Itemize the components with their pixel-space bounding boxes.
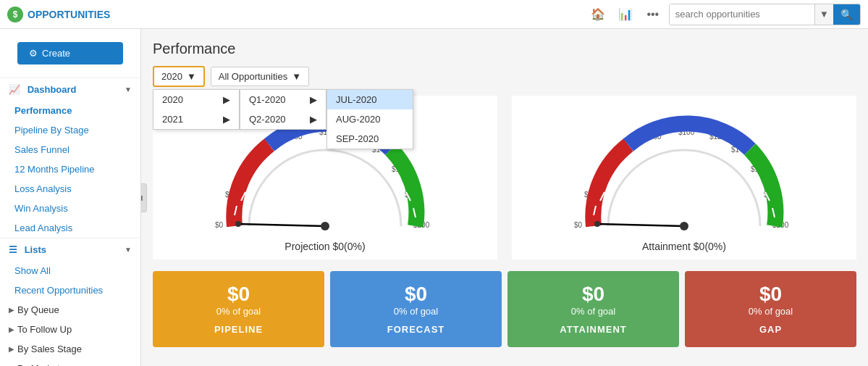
pipeline-name: PIPELINE: [214, 324, 263, 335]
pipeline-amount: $0: [164, 283, 313, 306]
sidebar-item-show-all[interactable]: Show All: [0, 261, 140, 280]
page-title: Performance: [153, 41, 856, 57]
list-icon: ☰: [9, 244, 17, 255]
dashboard-section-header[interactable]: 📈 Dashboard ▼: [0, 78, 140, 101]
q2-option[interactable]: Q2-2020 ▶: [240, 109, 326, 129]
search-input[interactable]: [670, 4, 814, 25]
toolbar: 2020 ▼ 2020 ▶ 2021 ▶: [153, 66, 856, 87]
stat-card-forecast: $0 0% of goal FORECAST: [330, 271, 502, 347]
dashboard-icon: 📈: [9, 84, 20, 95]
sidebar-item-by-sales-stage[interactable]: ▶ By Sales Stage: [0, 339, 140, 359]
search-container: ▼ 🔍: [669, 4, 861, 25]
sidebar-item-loss-analysis[interactable]: Loss Analysis: [0, 179, 140, 199]
svg-point-28: [235, 221, 241, 227]
sidebar-item-to-follow-up[interactable]: ▶ To Follow Up: [0, 320, 140, 339]
collapse-sidebar-button[interactable]: ◀: [141, 183, 147, 212]
attainment-amount: $0: [519, 283, 667, 306]
sidebar-item-performance[interactable]: Performance: [0, 101, 140, 120]
sidebar-item-sales-funnel[interactable]: Sales Funnel: [0, 140, 140, 159]
svg-line-46: [662, 138, 670, 140]
quarter-submenu: Q1-2020 ▶ Q2-2020 ▶: [240, 89, 326, 130]
filter-dropdown-button[interactable]: All Opportunities ▼: [211, 67, 309, 86]
sidebar-section-dashboard: 📈 Dashboard ▼ Performance Pipeline By St…: [0, 78, 140, 238]
main-content: ◀ Performance 2020 ▼ 2020 ▶ 2021: [141, 29, 868, 366]
home-button[interactable]: 🏠: [586, 3, 610, 26]
stat-card-gap: $0 0% of goal GAP: [685, 271, 856, 347]
sidebar-item-win-analysis[interactable]: Win Analysis: [0, 199, 140, 218]
sidebar: ⚙ Create 📈 Dashboard ▼ Performance Pipel…: [0, 29, 141, 366]
sidebar-item-lead-analysis[interactable]: Lead Analysis: [0, 218, 140, 238]
attainment-label: Attainment $0(0%): [519, 241, 849, 252]
gap-amount: $0: [696, 283, 845, 306]
month-submenu: JUL-2020 AUG-2020 SEP-2020: [326, 89, 413, 149]
stat-card-attainment: $0 0% of goal ATTAINMENT: [507, 271, 679, 347]
search-dropdown-button[interactable]: ▼: [814, 4, 833, 25]
create-button[interactable]: ⚙ Create: [17, 42, 123, 65]
attainment-name: ATTAINMENT: [560, 324, 627, 335]
sidebar-item-pipeline-by-stage[interactable]: Pipeline By Stage: [0, 120, 140, 140]
svg-point-56: [680, 222, 688, 230]
search-go-button[interactable]: 🔍: [833, 4, 860, 25]
chevron-down-icon-lists: ▼: [125, 246, 132, 254]
forecast-amount: $0: [342, 283, 490, 306]
svg-line-49: [710, 145, 717, 148]
chevron-right-icon-3: ▶: [9, 345, 14, 353]
sidebar-item-12-months-pipeline[interactable]: 12 Months Pipeline: [0, 159, 140, 179]
attainment-chart: $0 $20 $40 $60 $80 $100 $120 $140 $160 $…: [512, 96, 856, 259]
year-option-2020[interactable]: 2020 ▶: [153, 90, 239, 109]
svg-point-57: [594, 221, 600, 227]
attainment-pct: 0% of goal: [519, 306, 667, 317]
svg-line-21: [367, 154, 374, 159]
month-sep-2020[interactable]: SEP-2020: [327, 129, 413, 149]
q1-option[interactable]: Q1-2020 ▶: [240, 90, 326, 109]
svg-line-55: [597, 224, 684, 226]
sidebar-item-by-market[interactable]: ▶ By Market: [0, 359, 140, 366]
sidebar-item-recent-opportunities[interactable]: Recent Opportunities: [0, 280, 140, 300]
year-dropdown-menu: 2020 ▶ 2021 ▶: [153, 89, 240, 130]
stats-row: $0 0% of goal PIPELINE $0 0% of goal FOR…: [153, 271, 856, 347]
svg-line-23: [396, 179, 401, 186]
logo-icon: $: [7, 7, 23, 22]
projection-label: Projection $0(0%): [160, 241, 490, 252]
svg-line-17: [303, 138, 311, 140]
svg-text:$0: $0: [574, 221, 583, 229]
year-dropdown-container: 2020 ▼ 2020 ▶ 2021 ▶: [153, 66, 205, 87]
attainment-gauge-svg: $0 $20 $40 $60 $80 $100 $120 $140 $160 $…: [568, 103, 800, 233]
chart-button[interactable]: 📊: [614, 3, 637, 26]
svg-line-45: [646, 145, 654, 148]
gear-icon: ⚙: [29, 48, 38, 59]
header-actions: 🏠 📊 ••• ▼ 🔍: [586, 3, 861, 26]
svg-line-14: [260, 166, 266, 172]
app-title: OPPORTUNITIES: [28, 9, 110, 20]
chevron-right-year-2: ▶: [223, 114, 230, 125]
sidebar-section-lists: ☰ Lists ▼ Show All Recent Opportunities …: [0, 238, 140, 366]
chevron-down-icon-year: ▼: [187, 71, 196, 82]
stat-card-pipeline: $0 0% of goal PIPELINE: [153, 271, 324, 347]
lists-section-header[interactable]: ☰ Lists ▼: [0, 238, 140, 261]
app-logo: $ OPPORTUNITIES: [7, 7, 110, 22]
svg-line-22: [382, 166, 387, 172]
header: $ OPPORTUNITIES 🏠 📊 ••• ▼ 🔍: [0, 0, 868, 29]
more-button[interactable]: •••: [641, 3, 665, 26]
month-aug-2020[interactable]: AUG-2020: [327, 109, 413, 129]
chevron-right-icon: ▶: [9, 306, 14, 314]
sidebar-item-by-queue[interactable]: ▶ By Queue: [0, 300, 140, 320]
year-option-2021[interactable]: 2021 ▶: [153, 109, 239, 129]
year-dropdown-button[interactable]: 2020 ▼: [153, 66, 205, 87]
forecast-name: FORECAST: [387, 324, 445, 335]
svg-line-52: [755, 179, 760, 186]
chevron-right-icon-2: ▶: [9, 325, 14, 333]
svg-point-27: [321, 222, 329, 230]
svg-line-43: [619, 166, 625, 172]
svg-line-13: [251, 179, 256, 186]
svg-line-48: [694, 138, 702, 140]
svg-line-44: [632, 154, 639, 159]
gap-name: GAP: [759, 324, 782, 335]
gap-pct: 0% of goal: [696, 306, 845, 317]
svg-text:$0: $0: [215, 221, 224, 229]
month-jul-2020[interactable]: JUL-2020: [327, 90, 413, 109]
chevron-right-q2: ▶: [310, 114, 317, 125]
svg-line-42: [610, 179, 615, 186]
svg-line-26: [238, 224, 325, 226]
chevron-right-year: ▶: [223, 94, 230, 105]
